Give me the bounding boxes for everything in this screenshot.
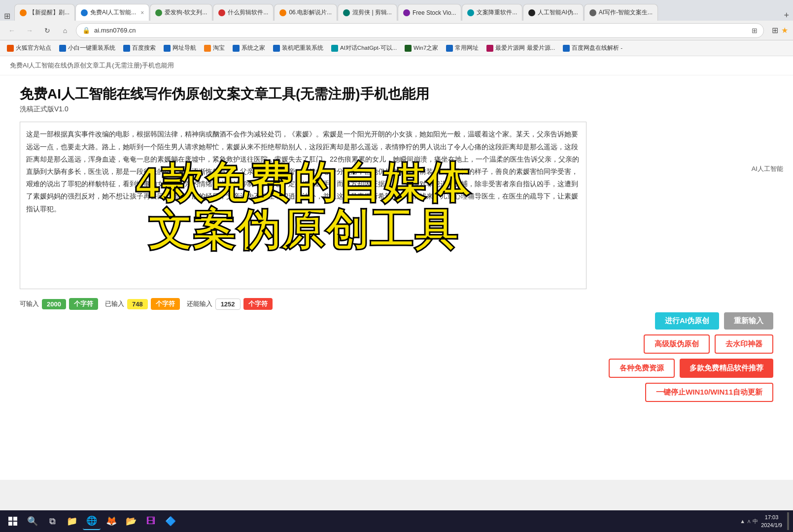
remove-watermark-button[interactable]: 去水印神器	[715, 334, 773, 354]
bookmark-label: 装机吧重装系统	[282, 44, 323, 52]
bookmark-favicon	[331, 45, 338, 52]
tab-grid-icon[interactable]: ⊞	[4, 11, 10, 21]
tab-label: AI写作-智能文案生...	[599, 8, 653, 17]
tab-t7[interactable]: Free Stock Vio...	[398, 4, 461, 21]
bookmark-label: 百度搜索	[132, 44, 156, 52]
refresh-button[interactable]: ↻	[40, 24, 54, 37]
bookmark-item[interactable]: 小白一键重装系统	[56, 43, 118, 53]
tab-label: 【新提醒】剧...	[29, 8, 69, 17]
bookmark-item[interactable]: 百度搜索	[120, 43, 159, 53]
bookmark-item[interactable]: 常用网址	[443, 43, 482, 53]
bookmark-favicon	[233, 45, 240, 52]
bookmark-favicon	[164, 45, 171, 52]
main-content: 免费AI人工智能在线写作伪原创文案文章工具(无需注册)手机也能用 洗稿正式版V1…	[0, 75, 641, 328]
tab-t5[interactable]: 06.电影解说片...	[274, 4, 337, 21]
already-input-group: 已输入 748 个字符	[105, 298, 180, 310]
article-textarea[interactable]	[20, 122, 586, 289]
tab-t9[interactable]: 人工智能AI伪...	[523, 4, 583, 21]
tab-bar-controls: ⊞	[0, 11, 14, 21]
can-input-group: 可输入 2000 个字符	[20, 298, 98, 310]
stop-win-update-button[interactable]: 一键停止WIN10/WIN11自动更新	[645, 383, 773, 402]
bookmark-favicon	[486, 45, 493, 52]
bookmark-label: 淘宝	[213, 44, 225, 52]
free-resources-button[interactable]: 各种免费资源	[609, 359, 675, 378]
tab-label: 06.电影解说片...	[289, 8, 332, 17]
tab-favicon	[589, 9, 596, 16]
tertiary-buttons: 各种免费资源 多款免费精品软件推荐	[609, 359, 773, 378]
premium-software-button[interactable]: 多款免费精品软件推荐	[680, 359, 773, 378]
tab-label: 混剪侠 | 剪辑...	[352, 8, 392, 17]
address-bar-row: ← → ↻ ⌂ 🔒 ai.msn0769.cn ⊞ ⊞ ★	[0, 21, 793, 40]
remaining-label: 还能输入	[187, 299, 212, 308]
bookmark-favicon	[563, 45, 570, 52]
breadcrumb: 免费AI人工智能在线伪原创文章工具(无需注册)手机也能用	[0, 56, 793, 75]
bookmark-item[interactable]: 装机吧重装系统	[270, 43, 326, 53]
qr-icon[interactable]: ⊞	[752, 27, 758, 34]
sidebar-text: AI人工智能	[752, 165, 783, 173]
ai-original-button[interactable]: 进行AI伪原创	[655, 312, 719, 330]
tab-t4[interactable]: 什么剪辑软件...	[213, 4, 274, 21]
tab-label: 爱发狗-软文列...	[165, 8, 207, 17]
bookmark-label: 系统之家	[241, 44, 265, 52]
bookmarks-bar: 火狐官方站点小白一键重装系统百度搜索网址导航淘宝系统之家装机吧重装系统AI对话C…	[0, 40, 793, 56]
bookmark-icon[interactable]: ★	[781, 26, 788, 35]
bookmark-label: AI对话ChatGpt-可以...	[340, 44, 397, 52]
tab-label: 免费AI人工智能...	[90, 8, 136, 17]
new-tab-button[interactable]: +	[784, 10, 789, 21]
already-input-unit: 个字符	[151, 298, 180, 310]
tab-favicon	[20, 9, 27, 16]
text-area-wrapper: 4款免费的自媒体 文案伪原创工具	[20, 122, 586, 291]
tab-t6[interactable]: 混剪侠 | 剪辑...	[338, 4, 397, 21]
bookmark-item[interactable]: 淘宝	[201, 43, 228, 53]
bookmark-item[interactable]: 百度网盘在线解析 -	[560, 43, 625, 53]
tab-favicon	[81, 9, 88, 16]
already-input-label: 已输入	[105, 299, 124, 308]
tab-t3[interactable]: 爱发狗-软文列...	[150, 4, 212, 21]
tab-t2[interactable]: 免费AI人工智能...×	[75, 4, 149, 21]
page-content: 免费AI人工智能在线伪原创文章工具(无需注册)手机也能用 免费AI人工智能在线写…	[0, 56, 793, 480]
security-icon: 🔒	[82, 27, 90, 34]
bookmark-label: 常用网址	[455, 44, 479, 52]
advanced-button[interactable]: 高级版伪原创	[644, 334, 710, 354]
bookmark-item[interactable]: 系统之家	[230, 43, 268, 53]
bookmark-item[interactable]: 网址导航	[161, 43, 199, 53]
remaining-value: 1252	[215, 299, 241, 310]
tab-bar: ⊞ 【新提醒】剧...免费AI人工智能...×爱发狗-软文列...什么剪辑软件.…	[0, 0, 793, 21]
forward-button[interactable]: →	[23, 24, 36, 37]
remaining-unit: 个字符	[243, 298, 273, 310]
quaternary-buttons: 一键停止WIN10/WIN11自动更新	[645, 383, 773, 402]
bookmark-item[interactable]: 最爱片源网 最爱片源...	[483, 43, 558, 53]
address-bar-icons: ⊞ ★	[772, 26, 788, 35]
re-input-button[interactable]: 重新输入	[724, 312, 773, 330]
bookmark-item[interactable]: 火狐官方站点	[4, 43, 54, 53]
browser-chrome: ⊞ 【新提醒】剧...免费AI人工智能...×爱发狗-软文列...什么剪辑软件.…	[0, 0, 793, 56]
bookmark-favicon	[123, 45, 130, 52]
address-bar[interactable]: 🔒 ai.msn0769.cn ⊞	[76, 23, 764, 38]
can-input-unit: 个字符	[69, 298, 98, 310]
tab-t8[interactable]: 文案降重软件...	[462, 4, 522, 21]
can-input-value: 2000	[42, 299, 66, 309]
bookmark-favicon	[446, 45, 453, 52]
right-buttons: 进行AI伪原创 重新输入 高级版伪原创 去水印神器 各种免费资源 多款免费精品软…	[609, 312, 773, 402]
bookmark-item[interactable]: AI对话ChatGpt-可以...	[328, 43, 400, 53]
bookmark-favicon	[405, 45, 412, 52]
tab-label: 人工智能AI伪...	[538, 8, 578, 17]
tab-label: Free Stock Vio...	[413, 9, 456, 16]
tab-label: 文案降重软件...	[477, 8, 517, 17]
bookmark-favicon	[204, 45, 211, 52]
tab-t10[interactable]: AI写作-智能文案生...	[584, 4, 658, 21]
tab-favicon	[528, 9, 535, 16]
bookmark-item[interactable]: Win7之家	[402, 43, 441, 53]
tab-close-button[interactable]: ×	[140, 9, 144, 16]
extensions-icon[interactable]: ⊞	[772, 26, 778, 35]
bookmark-favicon	[59, 45, 66, 52]
back-button[interactable]: ←	[5, 24, 19, 37]
home-button[interactable]: ⌂	[58, 24, 72, 37]
page-subtitle: 洗稿正式版V1.0	[20, 105, 621, 114]
can-input-label: 可输入	[20, 299, 39, 308]
secondary-buttons: 高级版伪原创 去水印神器	[644, 334, 773, 354]
remaining-group: 还能输入 1252 个字符	[187, 298, 273, 310]
bookmark-favicon	[7, 45, 14, 52]
bookmark-label: 网址导航	[172, 44, 196, 52]
tab-t1[interactable]: 【新提醒】剧...	[14, 4, 75, 21]
